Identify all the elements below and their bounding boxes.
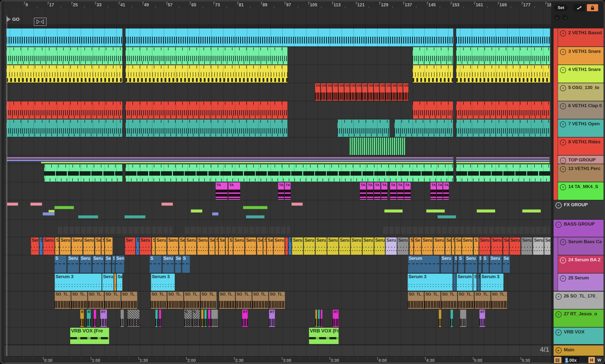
fold-arrow-icon[interactable]: ▼	[560, 121, 566, 128]
clip[interactable]: VRB VOX (Fr	[309, 327, 339, 344]
group-overview-strip[interactable]	[456, 157, 550, 159]
track-header[interactable]: ≡FX GROUP	[554, 200, 604, 219]
group-icon[interactable]: ≡	[555, 222, 562, 228]
clip[interactable]: R	[184, 310, 192, 327]
w-button[interactable]: W	[596, 357, 603, 364]
clip[interactable]	[6, 65, 123, 83]
clip[interactable]	[204, 310, 207, 327]
clip-overview-button[interactable]	[554, 357, 561, 364]
clip[interactable]: TA	[437, 182, 443, 200]
clip[interactable]	[125, 119, 288, 137]
group-overview-strip[interactable]	[456, 159, 550, 161]
clip[interactable]: SO_TL_17	[474, 292, 491, 309]
track-header[interactable]: ▼Serum Bass Ca	[558, 237, 604, 255]
clip[interactable]: Seru	[490, 255, 502, 273]
clip[interactable]: RT	[100, 310, 107, 327]
clip[interactable]: Seru	[462, 237, 473, 255]
group-overview-strip[interactable]	[7, 157, 454, 159]
clip[interactable]: S	[55, 237, 59, 255]
forward-arrow-button[interactable]: →	[562, 15, 568, 20]
clip[interactable]: Seru	[509, 237, 521, 255]
clip[interactable]: Seru	[304, 237, 315, 255]
mini-clip[interactable]	[54, 206, 74, 209]
clip[interactable]: SO_TL_17	[184, 292, 200, 309]
track-header[interactable]: ▼3 VETH1 Snare	[558, 47, 604, 65]
clip[interactable]: OS	[350, 83, 356, 101]
clip[interactable]: S	[215, 237, 218, 255]
track-header[interactable]: ▼6 VETH1 Clap 0	[558, 101, 604, 119]
clip[interactable]: SO_TL_17	[458, 292, 474, 309]
mini-clip[interactable]	[243, 206, 267, 209]
time-ruler[interactable]: 0:301:001:302:002:303:003:304:004:305:00…	[4, 356, 551, 363]
clip[interactable]: S	[182, 255, 190, 273]
clip[interactable]: Seru	[80, 255, 92, 273]
group-overview-strip[interactable]	[41, 162, 454, 163]
clip[interactable]: OS	[339, 83, 344, 101]
track-header[interactable]: ▼5 OSG_130_to	[558, 83, 604, 101]
clip[interactable]: RT	[479, 310, 485, 327]
clip[interactable]: S	[410, 237, 413, 255]
clip[interactable]	[315, 310, 317, 327]
group-overview-strip[interactable]	[456, 162, 550, 163]
clip[interactable]: Se	[209, 237, 215, 255]
clip[interactable]	[412, 101, 453, 119]
clip[interactable]: TA	[228, 182, 240, 200]
draw-mode-button[interactable]	[574, 4, 585, 11]
group-icon[interactable]: ≡	[560, 157, 566, 164]
clip[interactable]: S	[478, 255, 481, 273]
clip[interactable]: Seru	[115, 255, 124, 273]
clip[interactable]	[159, 310, 161, 327]
clip[interactable]: OS	[397, 83, 403, 101]
clip[interactable]: S	[452, 237, 454, 255]
clip[interactable]: TA	[216, 182, 228, 200]
clip[interactable]	[456, 119, 550, 137]
mini-clip[interactable]	[384, 209, 403, 213]
track-lane[interactable]	[4, 83, 551, 101]
clip[interactable]: OS	[362, 83, 367, 101]
clip[interactable]: R	[80, 310, 84, 327]
clip[interactable]: Serum 3	[481, 273, 504, 291]
clip[interactable]: Seru	[71, 237, 82, 255]
clip[interactable]: S	[152, 237, 155, 255]
horizontal-scrollbar[interactable]	[6, 363, 550, 364]
clip[interactable]	[201, 310, 204, 327]
clip[interactable]: TA	[381, 182, 387, 200]
clip[interactable]	[44, 164, 123, 182]
bar-ruler[interactable]: 9172533414957657381899710511312112913714…	[4, 1, 551, 8]
track-header[interactable]: ▼8 VETH1 Rides	[558, 137, 604, 155]
clip[interactable]: S	[263, 237, 266, 255]
clip[interactable]: S	[112, 255, 115, 273]
clip[interactable]: Se	[455, 237, 461, 255]
mini-clip[interactable]	[78, 215, 98, 219]
clip[interactable]: OS	[321, 83, 326, 101]
clip[interactable]	[6, 119, 123, 137]
clip[interactable]	[321, 310, 323, 327]
clip[interactable]	[226, 237, 228, 255]
clip[interactable]	[456, 28, 550, 46]
clip[interactable]	[127, 310, 140, 327]
clip[interactable]: Se	[414, 237, 421, 255]
clip[interactable]: TA	[360, 182, 366, 200]
fold-arrow-icon[interactable]: ▼	[560, 103, 566, 109]
clip[interactable]: SO_TL_17	[105, 292, 121, 309]
fold-arrow-icon[interactable]: ▼	[560, 67, 566, 73]
clip[interactable]	[453, 273, 456, 291]
clip[interactable]	[460, 310, 466, 327]
clip[interactable]	[412, 65, 453, 83]
clip[interactable]: Ser	[544, 237, 551, 255]
clip[interactable]: Seru	[327, 237, 339, 255]
clip[interactable]: Seru	[234, 237, 245, 255]
clip[interactable]: Seru	[185, 237, 196, 255]
clip[interactable]	[349, 137, 405, 155]
clip[interactable]: R	[192, 310, 200, 327]
clip[interactable]: OS	[374, 83, 379, 101]
clip[interactable]	[208, 310, 210, 327]
mini-clip[interactable]	[124, 215, 146, 219]
clip[interactable]: VRB VOX (Fre	[70, 327, 109, 344]
fold-arrow-icon[interactable]: ▼	[560, 166, 566, 172]
mini-clip[interactable]	[426, 209, 445, 213]
clip[interactable]: Se	[175, 255, 181, 273]
clip[interactable]: Seru	[102, 273, 114, 291]
clip[interactable]: Se	[503, 237, 509, 255]
clip[interactable]	[6, 101, 123, 119]
